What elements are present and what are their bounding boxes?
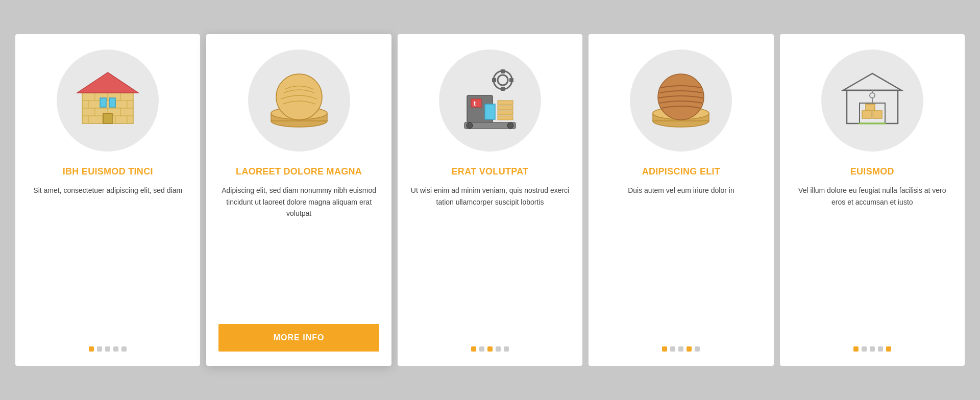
- icon-circle-4: [630, 49, 732, 152]
- dot-3: [878, 346, 883, 352]
- dot-2: [105, 346, 110, 352]
- card-body-5: Vel illum dolore eu feugiat nulla facili…: [792, 185, 952, 334]
- card-body-4: Duis autem vel eum iriure dolor in: [628, 185, 734, 334]
- svg-rect-55: [866, 104, 875, 111]
- cards-container: IBH EUISMOD TINCI Sit amet, consectetuer…: [15, 34, 965, 366]
- svg-rect-54: [873, 111, 882, 118]
- card-body-2: Adipiscing elit, sed diam nonummy nibh e…: [218, 185, 379, 314]
- icon-circle-3: t: [439, 49, 541, 152]
- card-body-1: Sit amet, consectetuer adipiscing elit, …: [33, 185, 182, 334]
- svg-rect-30: [492, 78, 496, 82]
- svg-rect-29: [501, 87, 505, 91]
- svg-rect-42: [485, 104, 495, 119]
- dot-3: [113, 346, 118, 352]
- svg-point-36: [467, 122, 473, 129]
- svg-point-27: [498, 75, 508, 85]
- svg-rect-19: [100, 98, 106, 107]
- dot-4: [121, 346, 127, 352]
- dot-4: [504, 346, 509, 352]
- svg-rect-41: [498, 116, 513, 120]
- pagination-dots: [471, 346, 509, 352]
- more-info-button[interactable]: MORE INFO: [218, 324, 379, 352]
- card-3: t ERAT VOLUTPAT Ut wisi enim ad minim ve…: [398, 34, 582, 366]
- dot-3: [496, 346, 501, 352]
- card-1: IBH EUISMOD TINCI Sit amet, consectetuer…: [15, 34, 200, 366]
- dot-2: [678, 346, 683, 352]
- dot-2: [487, 346, 493, 352]
- svg-rect-38: [498, 101, 513, 105]
- pagination-dots: [853, 346, 891, 352]
- card-4: ADIPISCING ELIT Duis autem vel eum iriur…: [589, 34, 773, 366]
- dot-1: [862, 346, 867, 352]
- card-5: EUISMOD Vel illum dolore eu feugiat null…: [780, 34, 965, 366]
- svg-marker-18: [77, 72, 138, 93]
- card-title-3: ERAT VOLUTPAT: [452, 166, 529, 178]
- svg-rect-28: [501, 69, 505, 73]
- svg-text:t: t: [474, 100, 476, 107]
- svg-marker-48: [843, 73, 901, 90]
- dot-4: [886, 346, 891, 352]
- card-title-2: LAOREET DOLORE MAGNA: [236, 166, 362, 178]
- dot-0: [471, 346, 476, 352]
- svg-rect-53: [862, 111, 871, 118]
- dot-4: [695, 346, 700, 352]
- dot-1: [97, 346, 102, 352]
- pagination-dots: [662, 346, 700, 352]
- card-2: LAOREET DOLORE MAGNA Adipiscing elit, se…: [206, 34, 391, 366]
- svg-point-25: [276, 74, 322, 120]
- svg-rect-39: [498, 106, 513, 110]
- icon-circle-1: [57, 49, 159, 152]
- svg-rect-31: [509, 78, 513, 82]
- svg-point-37: [507, 122, 513, 129]
- card-title-1: IBH EUISMOD TINCI: [63, 166, 153, 178]
- pagination-dots: [89, 346, 127, 352]
- icon-circle-5: [821, 49, 923, 152]
- icon-circle-2: [248, 49, 350, 152]
- svg-rect-20: [109, 98, 115, 107]
- card-title-4: ADIPISCING ELIT: [642, 166, 721, 178]
- dot-3: [687, 346, 692, 352]
- svg-point-50: [870, 93, 875, 98]
- svg-rect-21: [103, 113, 112, 123]
- dot-2: [870, 346, 875, 352]
- svg-rect-33: [471, 99, 481, 107]
- svg-rect-40: [498, 111, 513, 115]
- card-body-3: Ut wisi enim ad minim veniam, quis nostr…: [410, 185, 570, 334]
- dot-0: [853, 346, 859, 352]
- card-title-5: EUISMOD: [850, 166, 894, 178]
- dot-1: [479, 346, 484, 352]
- dot-0: [662, 346, 667, 352]
- svg-point-26: [494, 71, 512, 89]
- dot-0: [89, 346, 94, 352]
- dot-1: [670, 346, 675, 352]
